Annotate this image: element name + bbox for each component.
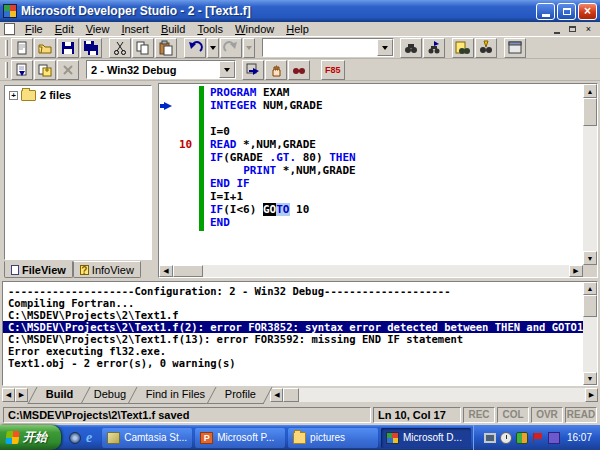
- internet-explorer-icon[interactable]: e: [86, 432, 92, 444]
- tab-fileview[interactable]: FileView: [4, 261, 73, 278]
- scroll-down-icon[interactable]: ▼: [583, 251, 597, 265]
- start-button[interactable]: 开始: [0, 425, 61, 450]
- menu-view[interactable]: View: [80, 23, 116, 35]
- open-file-button[interactable]: [34, 38, 56, 58]
- document-icon[interactable]: [4, 23, 15, 35]
- menu-insert[interactable]: Insert: [115, 23, 155, 35]
- find-in-files-2-button[interactable]: [475, 38, 497, 58]
- menu-window[interactable]: Window: [229, 23, 280, 35]
- save-button[interactable]: [57, 38, 79, 58]
- menu-help[interactable]: Help: [280, 23, 315, 35]
- code-editor[interactable]: PROGRAM EXAMINTEGER NUM,GRADEI=010READ *…: [158, 83, 598, 278]
- code-line[interactable]: IF(I<6) GOTO 10: [159, 203, 583, 216]
- menu-edit[interactable]: Edit: [49, 23, 80, 35]
- paste-button[interactable]: [155, 38, 177, 58]
- mdi-minimize-button[interactable]: [549, 23, 564, 35]
- scroll-down-icon[interactable]: ▼: [583, 372, 597, 385]
- output-text[interactable]: --------------------Configuration: 2 - W…: [3, 283, 583, 385]
- go-button[interactable]: [242, 60, 264, 80]
- find-in-files-button[interactable]: [452, 38, 474, 58]
- scroll-left-icon[interactable]: ◀: [159, 265, 173, 277]
- build-button[interactable]: [34, 60, 56, 80]
- configuration-dropdown[interactable]: [219, 61, 235, 78]
- editor-horizontal-scrollbar[interactable]: ◀ ▶: [159, 265, 583, 277]
- undo-button[interactable]: [184, 38, 206, 58]
- tree-expand-icon[interactable]: +: [9, 91, 18, 100]
- code-line[interactable]: INTEGER NUM,GRADE: [159, 99, 583, 112]
- scroll-up-icon[interactable]: ▲: [583, 84, 597, 98]
- new-file-button[interactable]: [11, 38, 33, 58]
- output-line[interactable]: Error executing fl32.exe.: [3, 345, 583, 357]
- save-all-button[interactable]: [80, 38, 102, 58]
- output-line[interactable]: --------------------Configuration: 2 - W…: [3, 285, 583, 297]
- find-next-button[interactable]: [423, 38, 445, 58]
- display-icon[interactable]: [484, 433, 496, 443]
- quickwatch-button[interactable]: [288, 60, 310, 80]
- code-line[interactable]: 10READ *,NUM,GRADE: [159, 138, 583, 151]
- code-line[interactable]: END IF: [159, 177, 583, 190]
- taskbar-button[interactable]: Camtasia St...: [102, 428, 192, 448]
- network-icon[interactable]: [548, 432, 560, 444]
- output-line[interactable]: C:\MSDEV\Projects\2\Text1.f: [3, 309, 583, 321]
- toolbar-grip[interactable]: [5, 40, 8, 56]
- mdi-restore-button[interactable]: [565, 23, 580, 35]
- restore-button[interactable]: [557, 3, 576, 20]
- mdi-close-button[interactable]: ×: [581, 23, 596, 35]
- tab-scroll-right-icon[interactable]: ▶: [15, 388, 28, 402]
- scrollbar-thumb[interactable]: [283, 388, 299, 402]
- scroll-up-icon[interactable]: ▲: [583, 282, 597, 295]
- fileview-tree[interactable]: + 2 files: [4, 85, 152, 260]
- tab-scroll-left-icon[interactable]: ◀: [2, 388, 15, 402]
- scrollbar-thumb[interactable]: [583, 295, 597, 317]
- scrollbar-thumb[interactable]: [173, 265, 203, 277]
- code-line[interactable]: I=I+1: [159, 190, 583, 203]
- compile-button[interactable]: [11, 60, 33, 80]
- redo-button[interactable]: [220, 38, 242, 58]
- minimize-button[interactable]: [536, 3, 555, 20]
- workspace-window-button[interactable]: [504, 38, 526, 58]
- cut-button[interactable]: [109, 38, 131, 58]
- scrollbar-thumb[interactable]: [583, 98, 597, 126]
- messenger-icon[interactable]: [516, 432, 528, 444]
- tree-item-root[interactable]: + 2 files: [7, 89, 149, 101]
- editor-vertical-scrollbar[interactable]: ▲ ▼: [583, 84, 597, 265]
- scroll-right-icon[interactable]: ▶: [585, 388, 598, 402]
- f85-macro-button[interactable]: F85: [321, 60, 345, 80]
- code-area[interactable]: PROGRAM EXAMINTEGER NUM,GRADEI=010READ *…: [159, 84, 583, 265]
- configuration-combobox[interactable]: 2 - Win32 Debug: [86, 60, 236, 79]
- menu-build[interactable]: Build: [155, 23, 191, 35]
- taskbar-button[interactable]: PMicrosoft P...: [195, 428, 285, 448]
- output-line-selected[interactable]: C:\MSDEV\Projects\2\Text1.f(2): error FO…: [3, 321, 583, 333]
- stop-build-button[interactable]: [57, 60, 79, 80]
- find-combobox[interactable]: [262, 38, 394, 57]
- menu-tools[interactable]: Tools: [191, 23, 229, 35]
- tab-infoview[interactable]: ?InfoView: [73, 261, 141, 278]
- flag-icon[interactable]: [532, 432, 544, 444]
- tab-profile[interactable]: Profile: [207, 387, 273, 404]
- code-line[interactable]: END: [159, 216, 583, 229]
- code-line[interactable]: PRINT *,NUM,GRADE: [159, 164, 583, 177]
- output-line[interactable]: Compiling Fortran...: [3, 297, 583, 309]
- output-horizontal-scrollbar[interactable]: ◀ ▶: [270, 388, 598, 402]
- output-line[interactable]: C:\MSDEV\Projects\2\Text1.f(13): error F…: [3, 333, 583, 345]
- toolbar-grip[interactable]: [5, 62, 8, 78]
- find-button[interactable]: [400, 38, 422, 58]
- find-combobox-dropdown[interactable]: [377, 39, 393, 56]
- code-line[interactable]: [159, 112, 583, 125]
- close-button[interactable]: ×: [578, 3, 597, 20]
- tab-build[interactable]: Build: [27, 387, 90, 404]
- output-line[interactable]: Text1.obj - 2 error(s), 0 warning(s): [3, 357, 583, 369]
- breakpoint-hand-button[interactable]: [265, 60, 287, 80]
- taskbar-button[interactable]: Microsoft D...: [381, 428, 471, 448]
- globe-icon[interactable]: [69, 432, 81, 444]
- code-line[interactable]: PROGRAM EXAM: [159, 86, 583, 99]
- redo-dropdown-button[interactable]: [243, 38, 255, 58]
- clock-icon[interactable]: [500, 432, 512, 444]
- output-window[interactable]: --------------------Configuration: 2 - W…: [2, 281, 598, 386]
- scroll-right-icon[interactable]: ▶: [569, 265, 583, 277]
- code-line[interactable]: I=0: [159, 125, 583, 138]
- output-vertical-scrollbar[interactable]: ▲ ▼: [583, 282, 597, 385]
- code-line[interactable]: IF(GRADE .GT. 80) THEN: [159, 151, 583, 164]
- scroll-left-icon[interactable]: ◀: [270, 388, 283, 402]
- undo-dropdown-button[interactable]: [207, 38, 219, 58]
